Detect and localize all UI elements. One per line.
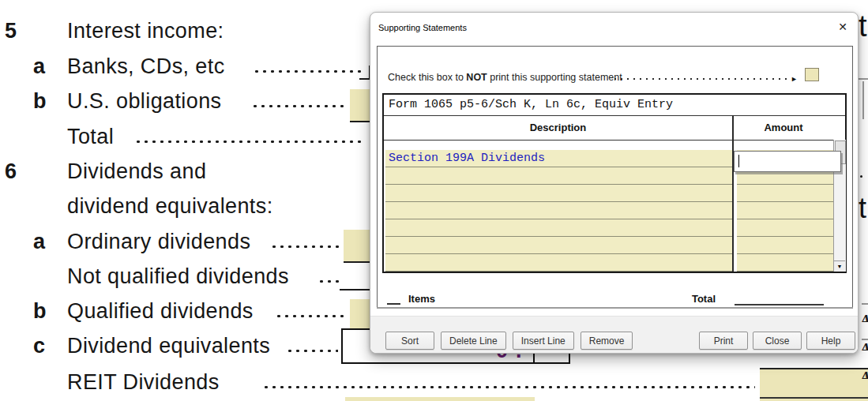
dialog-button[interactable]: Delete Line (441, 332, 506, 350)
form-line-label: Banks, CDs, etc (67, 54, 225, 79)
field-border-fragment (340, 289, 373, 290)
form-line-label: Ordinary dividends (67, 230, 250, 254)
reit-dividends-field[interactable] (345, 397, 535, 401)
dot-leader (262, 385, 755, 389)
column-divider (732, 115, 734, 272)
amount-cell[interactable] (737, 202, 833, 219)
dot-fragment (860, 175, 862, 178)
amount-cell[interactable] (737, 237, 833, 254)
form-line-letter: b (33, 299, 47, 324)
cutoff-italic-letter: A (860, 340, 868, 350)
description-cell[interactable] (385, 185, 733, 202)
scroll-down-icon[interactable]: ▼ (834, 260, 845, 272)
dialog-button[interactable]: Insert Line (513, 332, 574, 350)
dialog-button[interactable]: Print (699, 332, 748, 350)
form-field-bottom-right[interactable] (760, 368, 868, 401)
dot-leader (270, 245, 341, 249)
amount-cell[interactable] (737, 254, 833, 272)
text-caret (738, 155, 739, 167)
footer-separator (377, 307, 853, 309)
button-group-left: Sort Delete Line Insert Line Remove (385, 332, 633, 350)
amount-cell[interactable] (737, 185, 833, 202)
dialog-button[interactable]: Sort (385, 332, 434, 350)
description-cell[interactable] (385, 254, 733, 272)
form-line-label: REIT Dividends (67, 370, 220, 395)
button-group-right: Print Close Help (699, 332, 855, 350)
dialog-button[interactable]: Help (806, 332, 855, 350)
cutoff-letter: t (859, 9, 867, 43)
statement-table: Form 1065 p5-6/Sch K, Ln 6c, Equiv Entry… (382, 93, 847, 273)
form-line-label: Dividends and (67, 159, 206, 184)
table-gap (384, 141, 845, 150)
form-line-label: U.S. obligations (67, 89, 222, 114)
form-line-label: Total (67, 125, 114, 149)
total-label: Total (639, 293, 716, 305)
form-line-label: Interest income: (67, 19, 224, 43)
box-edge-fragment (862, 81, 864, 119)
form-line-label: dividend equivalents: (67, 194, 273, 219)
amount-input[interactable] (734, 151, 841, 172)
dialog-button[interactable]: Close (753, 332, 802, 350)
form-line-label: Not qualified dividends (67, 264, 289, 289)
description-cell[interactable] (385, 167, 733, 185)
row-line-fragment (858, 78, 868, 80)
no-print-checkbox-label: Check this box to NOT print this support… (388, 72, 622, 83)
table-row[interactable] (384, 185, 845, 202)
total-amount-blank (735, 304, 824, 305)
form-line-letter: a (33, 54, 45, 79)
dialog-title: Supporting Statements (378, 23, 467, 32)
arrow-right-icon: ► (791, 75, 798, 83)
cutoff-italic-letter: A (860, 312, 868, 322)
items-count-blank (387, 303, 400, 305)
form-line-number: 6 (5, 159, 17, 184)
dot-leader (253, 69, 363, 73)
amount-cell[interactable] (737, 219, 833, 237)
cutoff-letter: t (859, 192, 866, 225)
dot-leader (251, 104, 348, 108)
dot-leader (275, 314, 348, 318)
table-row[interactable] (384, 237, 845, 254)
close-icon[interactable]: ✕ (836, 20, 850, 34)
screen: 5 Interest income: a Banks, CDs, etc b U… (0, 0, 868, 401)
table-row[interactable] (384, 202, 845, 219)
form-line-label: Dividend equivalents (67, 334, 270, 358)
dot-leader (134, 140, 363, 144)
form-line-number: 5 (5, 19, 17, 43)
no-print-checkbox[interactable] (805, 68, 819, 81)
cutoff-italic-letter: A (860, 369, 868, 379)
description-cell[interactable] (385, 202, 733, 219)
row-line-fragment (862, 303, 868, 305)
table-header: Description Amount (384, 116, 845, 141)
table-row[interactable] (384, 219, 845, 237)
form-line-letter: c (33, 334, 45, 358)
form-line-letter: b (33, 89, 47, 114)
description-column-header: Description (384, 116, 732, 140)
table-row[interactable] (384, 254, 845, 272)
form-line-letter: a (33, 230, 45, 254)
field-line (760, 397, 868, 399)
description-cell[interactable]: Section 199A Dividends (385, 150, 733, 167)
statement-caption: Form 1065 p5-6/Sch K, Ln 6c, Equiv Entry (384, 95, 845, 116)
ordinary-dividends-field[interactable] (344, 230, 373, 263)
description-cell[interactable] (385, 237, 733, 254)
dot-leader (318, 279, 340, 283)
dialog-button[interactable]: Remove (581, 332, 633, 350)
dot-leader (286, 349, 338, 353)
items-label: Items (408, 293, 435, 305)
form-line-label: Qualified dividends (67, 299, 254, 324)
amount-column-header: Amount (734, 116, 833, 140)
description-cell[interactable] (385, 219, 733, 237)
supporting-statements-dialog: Supporting Statements ✕ Check this box t… (370, 12, 859, 354)
dot-leader (612, 77, 787, 81)
